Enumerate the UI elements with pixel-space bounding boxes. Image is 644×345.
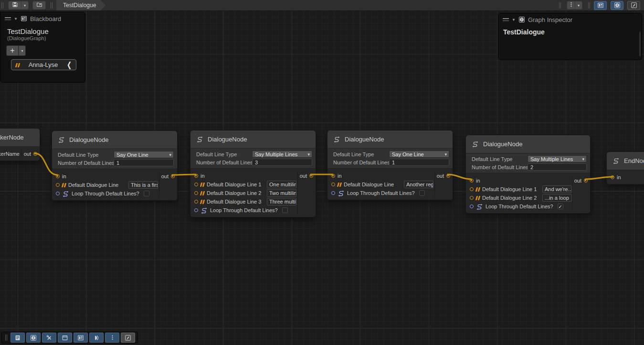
dialogue-line-field[interactable]: Three multiline (267, 198, 296, 205)
port[interactable] (194, 200, 198, 204)
connected-port[interactable] (56, 174, 60, 178)
collapse-triangle-icon[interactable]: ▼ (512, 18, 516, 22)
port-label: Default Dialogue Line 2 (482, 195, 537, 201)
tools-button[interactable] (42, 333, 56, 343)
blackboard-toggle[interactable] (594, 1, 607, 10)
toolbar-separator (51, 2, 53, 9)
loop-checkbox[interactable] (419, 190, 425, 196)
loop-icon (62, 190, 69, 197)
dropdown-default-line-type[interactable]: Say Multiple Lines▾ (528, 155, 587, 162)
options-dropdown-button[interactable]: ▾ (575, 1, 582, 10)
add-property-button[interactable]: + (6, 45, 19, 56)
save-button[interactable] (8, 1, 21, 10)
panel-drag-handle[interactable] (5, 17, 11, 20)
connected-port[interactable] (446, 174, 450, 178)
field-number-of-default-lines[interactable]: 1 (114, 159, 174, 166)
loop-checkbox[interactable]: ✓ (558, 204, 563, 209)
port[interactable] (194, 191, 198, 195)
connected-port[interactable] (611, 175, 614, 179)
connected-port[interactable] (309, 174, 313, 178)
connected-port[interactable] (194, 174, 198, 178)
panel-drag-handle[interactable] (503, 18, 509, 21)
node-dialoguenode[interactable]: DialogueNodeDefault Line TypeSay Multipl… (190, 130, 316, 217)
node-title-bar[interactable]: DialogueNode (466, 135, 590, 153)
blackboard-header[interactable]: ▼ Blackboard (0, 12, 85, 25)
dropdown-default-line-type[interactable]: Say One Line▾ (389, 151, 449, 158)
dialogue-line-field[interactable]: And we're... (542, 185, 572, 193)
port-label: SpeakerName (0, 151, 20, 157)
dialogue-line-field[interactable]: This is a first (128, 181, 158, 189)
port[interactable] (470, 205, 474, 208)
field-number-of-default-lines[interactable]: 1 (389, 159, 449, 166)
prop-label: Number of Default Lines (472, 164, 528, 170)
node-dialoguenode[interactable]: DialogueNodeDefault Line TypeSay One Lin… (52, 130, 178, 201)
port-label: Default Dialogue Line (68, 182, 118, 188)
quote-icon (338, 183, 341, 187)
prop-label: Number of Default Lines (333, 160, 390, 165)
port-label: Loop Through Default Lines? (72, 191, 139, 196)
input-port-label: in (62, 173, 66, 179)
port-label: Default Dialogue Line 1 (207, 182, 261, 187)
inspector-button[interactable] (26, 333, 41, 343)
port[interactable] (194, 183, 198, 186)
quill-button[interactable] (121, 333, 135, 343)
collapse-triangle-icon[interactable]: ▼ (14, 17, 18, 21)
inspector-header[interactable]: ▼ Graph Inspector (498, 13, 642, 26)
connected-port[interactable] (584, 179, 588, 183)
options-button[interactable] (567, 1, 575, 10)
blackboard-button[interactable] (74, 333, 88, 343)
connected-port[interactable] (33, 152, 37, 156)
node-title-bar[interactable]: DialogueNode (327, 130, 453, 149)
connected-port[interactable] (331, 174, 335, 178)
node-speakernode[interactable]: SpeakerNodeSpeakerNameout (0, 128, 40, 161)
more-button[interactable] (105, 333, 119, 343)
quill-toggle[interactable] (627, 1, 640, 10)
scrollbar[interactable] (639, 32, 641, 56)
dropdown-default-line-type[interactable]: Say Multiple Lines▾ (252, 151, 312, 158)
inspector-graph-name: TestDialogue (503, 28, 642, 36)
list-icon (14, 334, 21, 341)
console-button[interactable] (11, 333, 25, 343)
window-button[interactable] (58, 333, 72, 343)
output-port-label: out (161, 173, 169, 179)
loop-checkbox[interactable] (282, 207, 288, 213)
port[interactable] (331, 191, 335, 195)
node-endnode[interactable]: EndNodein (606, 151, 644, 184)
dialogue-preview-button[interactable] (89, 333, 104, 343)
port[interactable] (470, 196, 474, 200)
node-title-bar[interactable]: EndNode (607, 152, 644, 170)
connected-port[interactable] (470, 179, 474, 183)
field-number-of-default-lines[interactable]: 3 (252, 159, 312, 166)
port[interactable] (470, 187, 474, 191)
node-dialoguenode[interactable]: DialogueNodeDefault Line TypeSay One Lin… (327, 130, 453, 200)
port[interactable] (194, 208, 198, 212)
dialogue-line-field[interactable]: Two multiline (267, 189, 296, 197)
dialogue-line-field[interactable]: Another regu (404, 181, 433, 188)
port[interactable] (331, 183, 335, 186)
dialogue-line-field[interactable]: ...in a loop (542, 194, 572, 202)
port[interactable] (56, 183, 60, 187)
loop-checkbox[interactable] (144, 191, 149, 196)
node-title: SpeakerNode (0, 134, 24, 141)
port[interactable] (56, 192, 60, 195)
output-port-label: out (24, 151, 31, 157)
connected-port[interactable] (171, 174, 175, 178)
dialogue-line-field[interactable]: One multiline (267, 181, 296, 188)
blackboard-property[interactable]: Anna-Lyse❮ (11, 59, 76, 70)
add-property-dropdown[interactable]: ▾ (19, 45, 26, 56)
overlay-toolbar (1, 332, 138, 344)
collapse-chevron-icon[interactable]: ❮ (67, 60, 72, 69)
node-dialoguenode[interactable]: DialogueNodeDefault Line TypeSay Multipl… (465, 135, 591, 214)
node-title-bar[interactable]: SpeakerNode (0, 129, 40, 147)
flow-icon (333, 136, 340, 143)
dropdown-default-line-type[interactable]: Say One Line▾ (114, 151, 174, 158)
node-title-bar[interactable]: DialogueNode (52, 131, 177, 149)
overlay-drag-handle[interactable] (5, 334, 7, 341)
node-title-bar[interactable]: DialogueNode (190, 130, 316, 149)
open-asset-button[interactable] (32, 1, 46, 10)
toolbar-drag-handle[interactable] (1, 2, 3, 9)
field-number-of-default-lines[interactable]: 2 (528, 163, 587, 171)
save-dropdown-button[interactable]: ▾ (21, 1, 29, 10)
tab-testdialogue[interactable]: TestDialogue (56, 0, 106, 11)
inspector-toggle[interactable] (611, 1, 623, 10)
